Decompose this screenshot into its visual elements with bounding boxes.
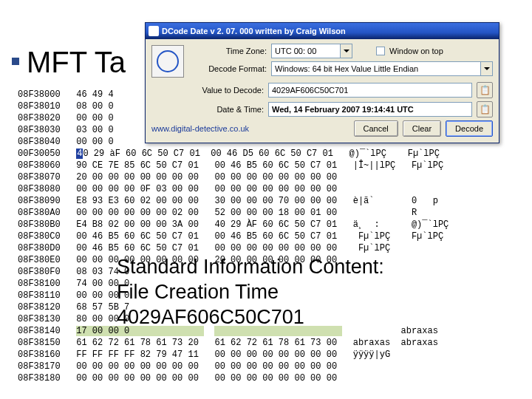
chevron-down-icon[interactable] [340, 44, 352, 58]
annotation-line-2: File Creation Time [117, 279, 384, 304]
label-value: Value to Decode: [151, 86, 264, 95]
app-titlebar-icon [149, 26, 159, 36]
annotation-line-3: 4029AF606C50C701 [117, 304, 384, 330]
clear-button[interactable]: Clear [403, 120, 441, 137]
copy-value-button[interactable]: 📋 [477, 82, 493, 98]
value-to-decode-input[interactable]: 4029AF606C50C701 [268, 83, 472, 98]
dcode-window: DCode Date v 2. 07. 000 written by Craig… [145, 22, 499, 143]
value-to-decode-text: 4029AF606C50C701 [272, 86, 348, 95]
title-bullet [12, 58, 19, 65]
label-timezone: Time Zone: [193, 47, 267, 55]
decode-button[interactable]: Decode [446, 120, 493, 137]
format-value: Windows: 64 bit Hex Value Little Endian [275, 64, 418, 73]
label-ontop: Window on top [389, 47, 443, 55]
timezone-value: UTC 00: 00 [275, 47, 316, 55]
app-icon [151, 45, 184, 78]
titlebar[interactable]: DCode Date v 2. 07. 000 written by Craig… [146, 23, 499, 39]
cancel-button[interactable]: Cancel [354, 120, 398, 137]
window-title: DCode Date v 2. 07. 000 written by Craig… [162, 27, 346, 35]
datetime-output[interactable]: Wed, 14 February 2007 19:14:41 UTC [268, 102, 472, 117]
annotation-text: Standard Information Content: File Creat… [117, 254, 384, 330]
label-datetime: Date & Time: [151, 105, 264, 114]
timezone-combo[interactable]: UTC 00: 00 [271, 44, 352, 58]
chevron-down-icon[interactable] [480, 62, 492, 75]
annotation-line-1: Standard Information Content: [117, 254, 384, 279]
copy-datetime-button[interactable]: 📋 [477, 101, 493, 117]
format-combo[interactable]: Windows: 64 bit Hex Value Little Endian [271, 61, 493, 76]
slide-title: MFT Ta [27, 46, 126, 79]
window-on-top-checkbox[interactable] [376, 47, 385, 55]
label-format: Decode Format: [193, 64, 267, 73]
window-body: Time Zone: UTC 00: 00 Window on top Deco… [146, 39, 499, 143]
datetime-value: Wed, 14 February 2007 19:14:41 UTC [272, 105, 414, 114]
vendor-url[interactable]: www.digital-detective.co.uk [151, 124, 249, 133]
